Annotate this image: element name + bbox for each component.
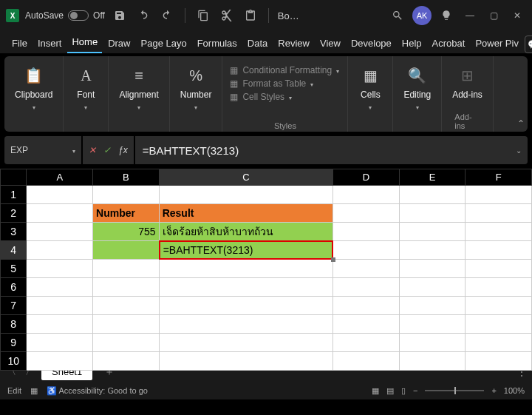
maximize-icon[interactable]: ▢ — [485, 7, 502, 24]
addins-group-label: Add-ins — [454, 112, 480, 130]
stats-icon[interactable]: ▦ — [30, 386, 38, 396]
cell-icon: ▦ — [230, 92, 238, 102]
chevron-down-icon[interactable]: ▾ — [72, 148, 75, 155]
comments-icon[interactable]: 💬 — [525, 36, 532, 53]
cut-icon[interactable] — [218, 7, 236, 24]
row-header[interactable]: 4 — [1, 241, 27, 260]
tab-pagelayout[interactable]: Page Layo — [137, 33, 191, 53]
number-button[interactable]: % Number ▾ — [177, 62, 215, 112]
zoom-level[interactable]: 100% — [504, 386, 525, 395]
row-header[interactable]: 6 — [1, 278, 27, 297]
expand-formula-icon[interactable]: ⌄ — [516, 146, 522, 155]
row-header[interactable]: 9 — [1, 334, 27, 352]
col-header-c[interactable]: C — [159, 169, 332, 186]
col-header-b[interactable]: B — [93, 169, 160, 186]
clipboard-icon: 📋 — [22, 64, 46, 87]
view-pagebreak-icon[interactable]: ▯ — [401, 386, 406, 396]
editing-button[interactable]: 🔍 Editing ▾ — [400, 62, 434, 112]
accept-formula-icon[interactable]: ✓ — [103, 145, 111, 155]
row-header[interactable]: 1 — [1, 186, 27, 204]
chevron-down-icon: ▾ — [416, 104, 419, 111]
cell-b3[interactable]: 755 — [93, 223, 160, 241]
toggle-off-icon[interactable] — [68, 10, 89, 21]
alignment-button[interactable]: ≡ Alignment ▾ — [116, 62, 161, 112]
cell-b2[interactable]: Number — [93, 204, 160, 223]
select-all-corner[interactable] — [1, 169, 27, 186]
font-button[interactable]: A Font ▾ — [71, 62, 100, 112]
tab-acrobat[interactable]: Acrobat — [428, 33, 470, 53]
cell-b4[interactable] — [93, 241, 160, 260]
chevron-down-icon: ▾ — [137, 104, 140, 111]
tab-powerpivot[interactable]: Power Piv — [471, 33, 523, 53]
row-header[interactable]: 8 — [1, 315, 27, 334]
accessibility-status[interactable]: ♿ Accessibility: Good to go — [47, 386, 148, 396]
editing-icon: 🔍 — [406, 64, 429, 87]
spreadsheet-grid[interactable]: A B C D E F 1 2 Number Result 3 755 เจ็ด… — [0, 169, 532, 361]
save-icon[interactable] — [111, 7, 129, 24]
excel-app-icon: X — [6, 9, 19, 22]
autosave-state: Off — [93, 10, 105, 21]
redo-icon[interactable] — [158, 7, 176, 24]
format-as-table-button[interactable]: ▦Format as Table ▾ — [230, 78, 339, 89]
col-header-f[interactable]: F — [466, 169, 532, 186]
autosave-toggle[interactable]: AutoSave Off — [25, 10, 105, 21]
cell-c4-editing[interactable]: =BAHTTEXT(3213) — [159, 241, 332, 260]
row-header[interactable]: 5 — [1, 260, 27, 278]
close-icon[interactable]: ✕ — [508, 7, 526, 24]
formula-bar[interactable]: =BAHTTEXT(3213) ⌄ — [135, 136, 528, 164]
tab-insert[interactable]: Insert — [33, 33, 66, 53]
collapse-ribbon-icon[interactable]: ⌃ — [517, 118, 525, 129]
search-icon[interactable] — [389, 7, 406, 24]
chevron-down-icon: ▾ — [84, 104, 87, 111]
font-icon: A — [74, 64, 98, 87]
cells-icon: ▦ — [358, 64, 382, 87]
chevron-down-icon: ▾ — [369, 104, 372, 111]
cell-c2[interactable]: Result — [159, 204, 332, 223]
ribbon: 📋 Clipboard ▾ A Font ▾ ≡ Alignment ▾ % N… — [4, 56, 528, 132]
tab-home[interactable]: Home — [67, 32, 102, 53]
tab-review[interactable]: Review — [273, 33, 314, 53]
fill-handle[interactable] — [331, 257, 335, 262]
fx-icon[interactable]: ƒx — [118, 145, 128, 155]
minimize-icon[interactable]: — — [461, 7, 479, 24]
col-header-a[interactable]: A — [27, 169, 93, 186]
paste-icon[interactable] — [242, 7, 259, 24]
tab-file[interactable]: File — [7, 33, 32, 53]
addins-button[interactable]: ⊞ Add-ins — [449, 62, 485, 101]
tab-draw[interactable]: Draw — [103, 33, 134, 53]
cell-c3[interactable]: เจ็ดร้อยห้าสิบห้าบาทถ้วน — [159, 223, 332, 241]
row-header[interactable]: 2 — [1, 204, 27, 223]
cancel-formula-icon[interactable]: ✕ — [89, 145, 96, 155]
zoom-slider[interactable] — [425, 390, 484, 391]
tab-formulas[interactable]: Formulas — [193, 33, 242, 53]
lightbulb-icon[interactable] — [437, 7, 455, 24]
tab-developer[interactable]: Develope — [347, 33, 396, 53]
formula-bar-row: EXP ▾ ✕ ✓ ƒx =BAHTTEXT(3213) ⌄ — [4, 136, 528, 164]
zoom-in-icon[interactable]: + — [491, 386, 496, 395]
tab-view[interactable]: View — [316, 33, 345, 53]
tab-data[interactable]: Data — [243, 33, 272, 53]
cells-button[interactable]: ▦ Cells ▾ — [355, 62, 385, 112]
table-icon: ▦ — [230, 78, 238, 89]
row-header[interactable]: 10 — [1, 352, 27, 371]
clipboard-button[interactable]: 📋 Clipboard ▾ — [12, 62, 55, 112]
status-mode: Edit — [7, 386, 21, 395]
table-icon: ▦ — [230, 65, 238, 75]
doc-name: Bo… — [278, 10, 299, 21]
row-header[interactable]: 3 — [1, 223, 27, 241]
zoom-out-icon[interactable]: − — [413, 386, 417, 395]
cell-styles-button[interactable]: ▦Cell Styles ▾ — [230, 92, 339, 102]
col-header-e[interactable]: E — [399, 169, 466, 186]
conditional-formatting-button[interactable]: ▦Conditional Formatting ▾ — [230, 65, 339, 75]
view-pagelayout-icon[interactable]: ▤ — [386, 386, 394, 396]
view-normal-icon[interactable]: ▦ — [372, 386, 379, 396]
user-avatar[interactable]: AK — [412, 6, 432, 25]
copy-icon[interactable] — [194, 7, 212, 24]
chevron-down-icon: ▾ — [33, 104, 35, 111]
undo-icon[interactable] — [134, 7, 152, 24]
tab-help[interactable]: Help — [398, 33, 426, 53]
name-box[interactable]: EXP ▾ — [4, 136, 81, 164]
row-header[interactable]: 7 — [1, 297, 27, 315]
styles-group-label: Styles — [274, 121, 296, 130]
col-header-d[interactable]: D — [333, 169, 400, 186]
